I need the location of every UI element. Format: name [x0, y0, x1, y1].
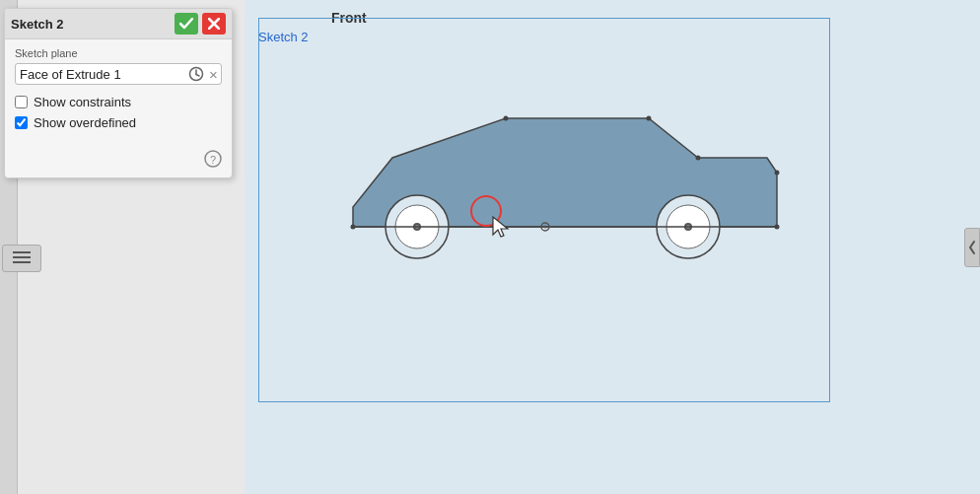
svg-point-22: [351, 225, 356, 230]
svg-line-4: [209, 19, 219, 29]
car-shape: [333, 99, 787, 279]
panel-body: Sketch plane × Show constraints Show ove…: [5, 39, 232, 144]
show-overdefined-row: Show overdefined: [15, 115, 222, 130]
check-icon: [179, 18, 193, 30]
svg-text:?: ?: [210, 154, 216, 166]
sketch-plane-input-row: ×: [15, 63, 222, 85]
show-constraints-checkbox[interactable]: [15, 96, 28, 108]
clear-input-button[interactable]: ×: [207, 67, 220, 82]
car-svg: [333, 99, 787, 276]
help-icon: ?: [204, 150, 222, 168]
sketch-panel: Sketch 2 Sketch plane: [4, 8, 233, 178]
svg-line-5: [209, 19, 219, 29]
viewport: Front Sketch 2: [245, 0, 980, 494]
show-overdefined-checkbox[interactable]: [15, 116, 28, 129]
svg-point-21: [544, 226, 547, 229]
time-icon-button[interactable]: [185, 66, 207, 82]
panel-header-buttons: [175, 13, 226, 35]
svg-rect-1: [13, 256, 31, 258]
show-overdefined-label[interactable]: Show overdefined: [34, 115, 136, 130]
chevron-left-icon: [968, 240, 976, 255]
svg-line-8: [196, 75, 199, 77]
panel-header: Sketch 2: [5, 9, 232, 39]
list-icon-button[interactable]: [2, 245, 41, 272]
svg-point-23: [775, 225, 780, 230]
list-icon-svg: [13, 251, 31, 265]
right-edge-button[interactable]: [964, 228, 980, 267]
sketch-plane-input[interactable]: [20, 67, 185, 82]
show-constraints-row: Show constraints: [15, 95, 222, 109]
sketch-plane-label: Sketch plane: [15, 47, 222, 59]
cancel-button[interactable]: [202, 13, 226, 35]
panel-title: Sketch 2: [11, 17, 63, 32]
time-icon: [188, 66, 204, 82]
confirm-button[interactable]: [175, 13, 198, 35]
svg-point-26: [647, 116, 652, 121]
svg-point-24: [775, 171, 780, 176]
svg-rect-3: [17, 252, 23, 253]
cross-icon: [208, 18, 220, 30]
show-constraints-label[interactable]: Show constraints: [34, 95, 131, 109]
svg-rect-2: [13, 261, 31, 263]
help-button[interactable]: ?: [202, 148, 224, 170]
svg-point-25: [696, 156, 701, 161]
svg-point-27: [504, 116, 509, 121]
panel-footer: ?: [5, 144, 232, 177]
